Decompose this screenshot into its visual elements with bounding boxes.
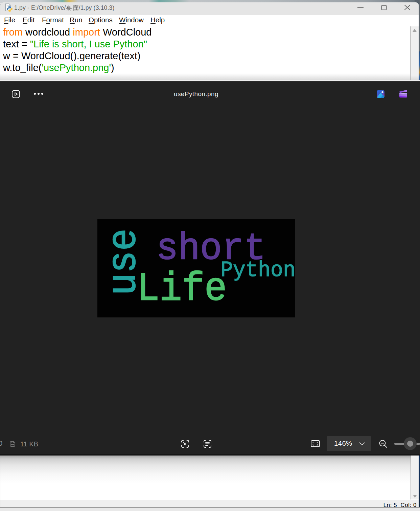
svg-text:Life: Life [137, 267, 227, 312]
svg-text:use: use [101, 228, 147, 295]
svg-text:Python: Python [220, 258, 295, 283]
